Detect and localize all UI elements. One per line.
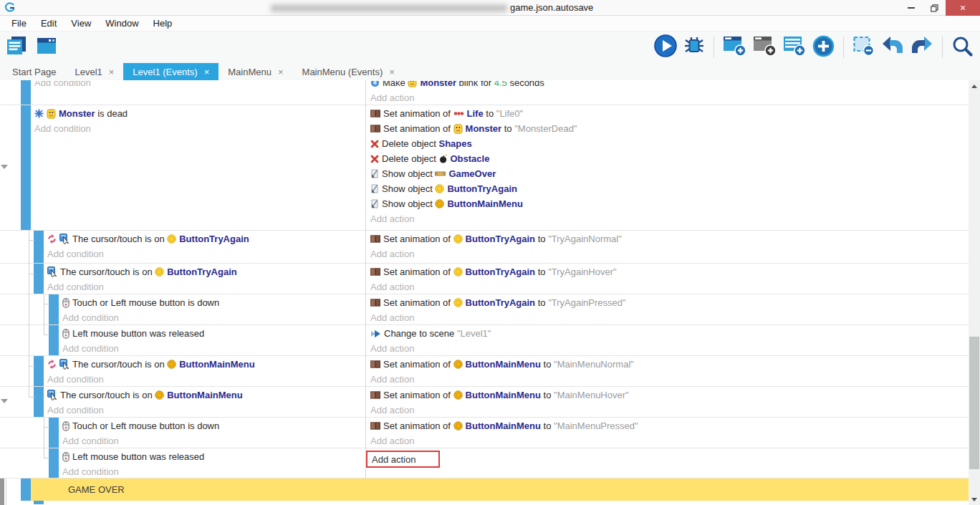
action[interactable]: Set animation of Monster to "MonsterDead…: [370, 121, 969, 136]
event-handle[interactable]: [34, 501, 44, 504]
add-condition-button[interactable]: Add condition: [47, 372, 362, 387]
actions-cell[interactable]: Add action: [366, 448, 969, 478]
tab-start-page[interactable]: Start Page: [3, 63, 65, 80]
add-condition-button[interactable]: Add condition: [47, 403, 362, 418]
conditions-cell[interactable]: The cursor/touch is on ButtonMainMenuAdd…: [47, 387, 366, 417]
action[interactable]: Show object ButtonTryAgain: [370, 181, 969, 196]
add-action-button[interactable]: Add action: [370, 90, 969, 105]
add-condition-button[interactable]: Add condition: [62, 310, 362, 325]
search-button[interactable]: [951, 35, 973, 59]
add-condition-button[interactable]: Add condition: [47, 246, 362, 261]
add-circle-button[interactable]: [812, 35, 835, 60]
comment-text[interactable]: GAME OVER: [31, 478, 969, 501]
conditions-cell[interactable]: Add condition: [34, 80, 366, 105]
comment-row[interactable]: GAME OVER: [0, 478, 969, 501]
tab-close-icon[interactable]: ×: [278, 67, 284, 77]
close-button[interactable]: ×: [946, 0, 980, 16]
scrollbar-thumb[interactable]: [969, 337, 979, 469]
tab-close-icon[interactable]: ×: [109, 67, 115, 77]
add-event-button[interactable]: [723, 35, 746, 59]
actions-cell[interactable]: Set animation of Life to "Life0"Set anim…: [366, 105, 969, 230]
condition[interactable]: Left mouse button was released: [62, 449, 362, 464]
menu-item-view[interactable]: View: [64, 18, 98, 29]
action[interactable]: Set animation of ButtonTryAgain to "TryA…: [370, 231, 969, 246]
add-condition-button[interactable]: Add condition: [34, 121, 362, 136]
conditions-cell[interactable]: Monster is deadAdd condition: [34, 105, 366, 230]
actions-cell[interactable]: Set animation of ButtonMainMenu to "Main…: [366, 418, 969, 448]
condition[interactable]: Monster is dead: [34, 106, 362, 121]
scroll-down-icon[interactable]: [969, 494, 980, 505]
tab-close-icon[interactable]: ×: [204, 67, 210, 77]
actions-cell[interactable]: Set animation of ButtonTryAgain to "TryA…: [366, 231, 969, 263]
debug-button[interactable]: [683, 35, 705, 59]
conditions-cell[interactable]: The cursor/touch is on ButtonMainMenuAdd…: [47, 356, 366, 386]
action[interactable]: Set animation of ButtonMainMenu to "Main…: [370, 357, 969, 372]
add-action-button[interactable]: Add action: [370, 341, 969, 356]
action[interactable]: Set animation of ButtonMainMenu to "Main…: [370, 418, 969, 433]
collapse-arrow-icon[interactable]: [1, 399, 8, 403]
add-action-button[interactable]: Add action: [370, 246, 969, 261]
action[interactable]: Show object GameOver: [370, 166, 969, 181]
event-handle[interactable]: [34, 264, 44, 294]
add-condition-button[interactable]: Add condition: [62, 464, 362, 478]
tab-level1[interactable]: Level1×: [65, 63, 123, 80]
conditions-cell[interactable]: Touch or Left mouse button is downAdd co…: [62, 294, 366, 324]
action[interactable]: Set animation of ButtonTryAgain to "TryA…: [370, 295, 969, 310]
event-handle[interactable]: [21, 105, 31, 230]
event-handle[interactable]: [34, 387, 44, 417]
action[interactable]: Change to scene "Level1": [370, 326, 969, 341]
add-action-button[interactable]: Add action: [370, 433, 969, 448]
add-action-button[interactable]: Add action: [370, 279, 969, 294]
action[interactable]: Delete object Obstacle: [370, 151, 969, 166]
conditions-cell[interactable]: The cursor/touch is on ButtonTryAgainAdd…: [47, 231, 366, 263]
project-manager-button[interactable]: [6, 36, 29, 59]
add-comment-button[interactable]: [783, 35, 806, 59]
condition[interactable]: Touch or Left mouse button is down: [62, 295, 362, 310]
scroll-up-icon[interactable]: [969, 80, 980, 92]
collapse-arrow-icon[interactable]: [1, 165, 8, 169]
event-handle[interactable]: [21, 478, 31, 501]
condition[interactable]: Touch or Left mouse button is down: [62, 418, 362, 433]
tab-level1-events-[interactable]: Level1 (Events)×: [123, 63, 218, 80]
event-handle[interactable]: [49, 325, 59, 355]
actions-cell[interactable]: Set animation of ButtonTryAgain to "TryA…: [366, 264, 969, 294]
add-condition-button[interactable]: Add condition: [62, 341, 362, 356]
restore-button[interactable]: [923, 0, 946, 16]
condition[interactable]: The cursor/touch is on ButtonMainMenu: [47, 357, 362, 372]
event-handle[interactable]: [49, 418, 59, 448]
tab-mainmenu-events-[interactable]: MainMenu (Events)×: [293, 63, 404, 80]
delete-event-button[interactable]: [852, 35, 875, 59]
action[interactable]: Set animation of ButtonTryAgain to "TryA…: [370, 264, 969, 279]
actions-cell[interactable]: Set animation of ButtonMainMenu to "Main…: [366, 387, 969, 417]
add-action-button[interactable]: Add action: [370, 211, 969, 226]
condition[interactable]: Left mouse button was released: [62, 326, 362, 341]
minimize-button[interactable]: [900, 0, 923, 16]
tab-mainmenu[interactable]: MainMenu×: [218, 63, 292, 80]
add-subevent-button[interactable]: [753, 35, 777, 59]
play-button[interactable]: [654, 34, 677, 60]
action[interactable]: Delete object Shapes: [370, 136, 969, 151]
action[interactable]: Make Monster blink for 4.5 seconds: [370, 81, 969, 90]
add-condition-button[interactable]: Add condition: [62, 433, 362, 448]
undo-button[interactable]: [881, 36, 904, 59]
actions-cell[interactable]: Change to scene "Level1"Add action: [366, 325, 969, 355]
menu-item-file[interactable]: File: [4, 18, 34, 29]
event-handle[interactable]: [34, 231, 44, 263]
event-handle[interactable]: [21, 80, 31, 105]
action[interactable]: Show object ButtonMainMenu: [370, 196, 969, 211]
scene-editor-button[interactable]: [36, 36, 57, 59]
menu-item-edit[interactable]: Edit: [34, 18, 64, 29]
actions-cell[interactable]: Set animation of ButtonTryAgain to "TryA…: [366, 294, 969, 324]
tab-close-icon[interactable]: ×: [389, 67, 395, 77]
add-action-button-highlighted[interactable]: Add action: [370, 449, 969, 468]
event-handle[interactable]: [49, 448, 59, 478]
condition[interactable]: The cursor/touch is on ButtonTryAgain: [47, 264, 362, 279]
action[interactable]: Set animation of Life to "Life0": [370, 106, 969, 121]
actions-cell[interactable]: Make Monster blink for 4.5 secondsAdd ac…: [366, 80, 969, 105]
conditions-cell[interactable]: Left mouse button was releasedAdd condit…: [62, 448, 366, 478]
add-action-button[interactable]: Add action: [370, 310, 969, 325]
action[interactable]: Set animation of ButtonMainMenu to "Main…: [370, 388, 969, 403]
actions-cell[interactable]: Set animation of ButtonMainMenu to "Main…: [366, 356, 969, 386]
redo-button[interactable]: [911, 36, 933, 59]
condition[interactable]: The cursor/touch is on ButtonMainMenu: [47, 388, 362, 403]
